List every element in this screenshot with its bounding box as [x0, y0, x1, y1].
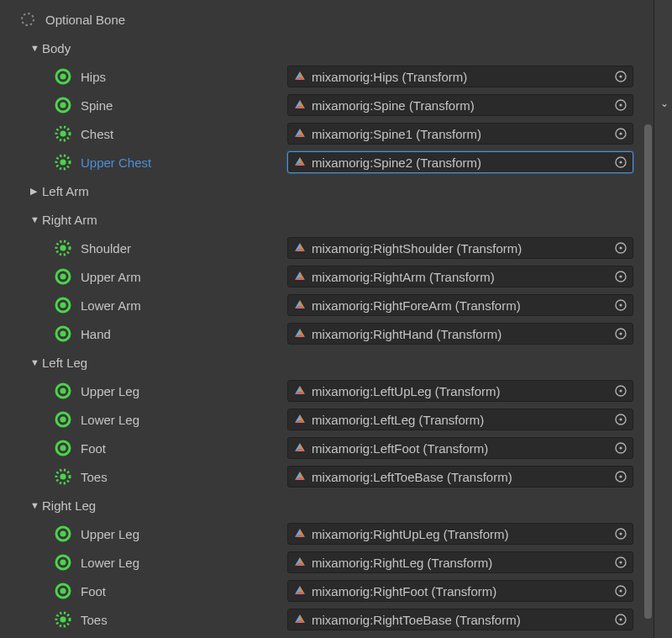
bone-label[interactable]: Lower Leg [81, 413, 287, 427]
transform-field[interactable]: mixamorig:LeftLeg (Transform) [287, 409, 633, 430]
object-picker-icon[interactable] [612, 554, 629, 571]
object-picker-icon[interactable] [612, 154, 629, 171]
svg-point-34 [60, 388, 66, 393]
svg-point-2 [60, 73, 66, 79]
bone-row-lower-leg: Lower Leg mixamorig:RightLeg (Transform) [7, 548, 640, 577]
required-bone-icon [54, 439, 72, 457]
svg-point-8 [619, 103, 622, 106]
required-bone-icon [54, 553, 72, 572]
section-label: Right Leg [42, 498, 96, 513]
transform-field[interactable]: mixamorig:LeftUpLeg (Transform) [287, 380, 633, 402]
bone-label[interactable]: Lower Leg [81, 556, 287, 570]
object-picker-icon[interactable] [612, 268, 629, 285]
transform-field[interactable]: mixamorig:RightToeBase (Transform) [287, 609, 633, 630]
object-picker-icon[interactable] [612, 411, 629, 428]
section-left-arm[interactable]: ▶ Left Arm [7, 177, 640, 205]
object-picker-icon[interactable] [612, 525, 629, 542]
bone-row-upper-leg: Upper Leg mixamorig:RightUpLeg (Transfor… [7, 519, 640, 548]
svg-point-46 [60, 473, 66, 479]
bone-label[interactable]: Chest [81, 127, 287, 141]
transform-value: mixamorig:Spine1 (Transform) [312, 127, 609, 141]
section-right-leg[interactable]: ▼ Right Leg [7, 491, 640, 519]
object-picker-icon[interactable] [612, 382, 629, 399]
section-label: Left Arm [42, 184, 89, 198]
object-picker-icon[interactable] [612, 297, 629, 314]
bone-label[interactable]: Upper Chest [81, 156, 287, 170]
transform-field[interactable]: mixamorig:RightLeg (Transform) [287, 551, 633, 573]
transform-field[interactable]: mixamorig:LeftFoot (Transform) [287, 437, 633, 459]
transform-icon [293, 584, 307, 598]
svg-point-6 [60, 102, 66, 108]
section-body[interactable]: ▼ Body [7, 34, 640, 62]
transform-icon [293, 98, 307, 112]
transform-field[interactable]: mixamorig:RightArm (Transform) [287, 266, 633, 287]
transform-field[interactable]: mixamorig:Hips (Transform) [287, 66, 633, 87]
bone-row-lower-arm: Lower Arm mixamorig:RightForeArm (Transf… [7, 291, 640, 319]
svg-point-30 [60, 330, 66, 336]
transform-value: mixamorig:RightHand (Transform) [312, 327, 609, 341]
transform-icon [293, 327, 307, 340]
bone-label[interactable]: Toes [81, 613, 287, 627]
transform-value: mixamorig:RightUpLeg (Transform) [312, 527, 609, 541]
bone-label[interactable]: Shoulder [81, 241, 287, 256]
object-picker-icon[interactable] [612, 583, 629, 599]
scrollbar[interactable] [644, 124, 652, 619]
transform-value: mixamorig:RightLeg (Transform) [312, 556, 609, 570]
transform-icon [293, 613, 307, 626]
object-picker-icon[interactable] [612, 68, 629, 85]
transform-value: mixamorig:LeftUpLeg (Transform) [312, 384, 609, 398]
bone-label[interactable]: Upper Leg [81, 384, 287, 398]
bone-row-chest: Chest mixamorig:Spine1 (Transform) [7, 119, 640, 148]
bone-label[interactable]: Hips [81, 70, 287, 84]
bone-label[interactable]: Lower Arm [81, 298, 287, 313]
bone-label[interactable]: Foot [81, 584, 287, 598]
section-left-leg[interactable]: ▼ Left Leg [7, 348, 640, 377]
object-picker-icon[interactable] [612, 325, 629, 342]
required-bone-icon [54, 324, 72, 343]
transform-icon [293, 470, 307, 483]
svg-point-4 [619, 75, 622, 77]
bone-row-lower-leg: Lower Leg mixamorig:LeftLeg (Transform) [7, 405, 640, 434]
transform-field[interactable]: mixamorig:RightUpLeg (Transform) [287, 523, 633, 545]
transform-field[interactable]: mixamorig:Spine (Transform) [287, 94, 633, 116]
bone-label[interactable]: Upper Leg [81, 527, 287, 541]
transform-icon [293, 384, 307, 398]
svg-point-60 [619, 589, 622, 592]
svg-point-12 [619, 132, 622, 134]
object-picker-icon[interactable] [612, 440, 629, 456]
bone-row-upper-chest: Upper Chest mixamorig:Spine2 (Transform) [7, 148, 640, 177]
bone-label[interactable]: Spine [81, 98, 287, 113]
object-picker-icon[interactable] [612, 611, 629, 628]
disclosure-closed-icon: ▶ [30, 186, 39, 197]
bone-label[interactable]: Upper Arm [81, 270, 287, 284]
svg-point-62 [60, 616, 66, 622]
bone-row-hand: Hand mixamorig:RightHand (Transform) [7, 319, 640, 348]
required-bone-icon [54, 267, 72, 286]
transform-field[interactable]: mixamorig:RightForeArm (Transform) [287, 294, 633, 316]
optional-bone-icon [54, 239, 72, 257]
transform-field[interactable]: mixamorig:RightFoot (Transform) [287, 580, 633, 602]
object-picker-icon[interactable] [612, 125, 629, 142]
section-right-arm[interactable]: ▼ Right Arm [7, 205, 640, 234]
transform-field[interactable]: mixamorig:LeftToeBase (Transform) [287, 466, 633, 488]
bone-row-upper-leg: Upper Leg mixamorig:LeftUpLeg (Transform… [7, 377, 640, 405]
bone-row-spine: Spine mixamorig:Spine (Transform) [7, 91, 640, 119]
bone-label[interactable]: Hand [81, 327, 287, 341]
optional-bone-icon [54, 610, 72, 629]
transform-icon [293, 70, 307, 83]
transform-field[interactable]: mixamorig:RightHand (Transform) [287, 323, 633, 345]
bone-label[interactable]: Toes [81, 470, 287, 484]
transform-field[interactable]: mixamorig:Spine2 (Transform) [287, 151, 633, 173]
svg-point-0 [22, 13, 34, 25]
transform-field[interactable]: mixamorig:Spine1 (Transform) [287, 123, 633, 145]
object-picker-icon[interactable] [612, 240, 629, 256]
object-picker-icon[interactable] [612, 97, 629, 113]
bone-label[interactable]: Foot [81, 441, 287, 456]
svg-point-58 [60, 588, 66, 593]
transform-field[interactable]: mixamorig:RightShoulder (Transform) [287, 237, 633, 259]
chevron-down-icon[interactable]: ⌄ [660, 98, 669, 109]
bone-row-toes: Toes mixamorig:LeftToeBase (Transform) [7, 462, 640, 491]
transform-value: mixamorig:Spine2 (Transform) [312, 156, 609, 170]
object-picker-icon[interactable] [612, 468, 629, 485]
bone-row-toes: Toes mixamorig:RightToeBase (Transform) [7, 605, 640, 634]
